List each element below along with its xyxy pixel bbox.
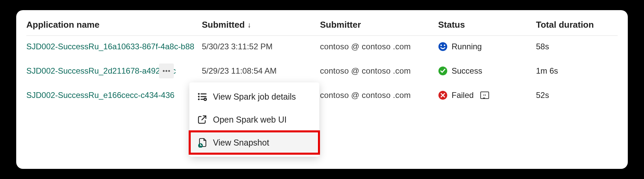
col-header-app-name[interactable]: Application name xyxy=(26,20,202,30)
submitter-cell: contoso @ contoso .com xyxy=(320,91,438,100)
menu-item-view-spark-job-details[interactable]: View Spark job details xyxy=(189,85,319,108)
external-link-icon xyxy=(197,114,208,125)
status-cell: Success xyxy=(438,66,536,76)
svg-point-2 xyxy=(444,45,445,46)
success-icon xyxy=(438,66,448,76)
menu-item-label: Open Spark web UI xyxy=(213,115,287,125)
svg-point-0 xyxy=(438,42,447,51)
col-header-submitted[interactable]: Submitted ↓ xyxy=(202,20,320,30)
col-header-submitter[interactable]: Submitter xyxy=(320,20,438,30)
svg-point-8 xyxy=(198,93,200,95)
svg-point-4 xyxy=(165,70,167,72)
svg-point-1 xyxy=(440,45,442,46)
svg-point-5 xyxy=(168,70,170,72)
application-link[interactable]: SJD002-SuccessRu_16a10633-867f-4a8c-b88 xyxy=(26,42,194,51)
col-header-duration[interactable]: Total duration xyxy=(536,20,618,30)
status-cell: Failed •• xyxy=(438,91,536,100)
message-icon[interactable]: •• xyxy=(480,92,489,99)
col-header-submitted-label: Submitted xyxy=(202,20,245,30)
list-details-icon xyxy=(197,91,208,102)
row-more-button[interactable] xyxy=(159,63,174,78)
application-link[interactable]: SJD002-SuccessRu_e166cecc-c434-436 xyxy=(26,91,175,100)
application-link[interactable]: SJD002-SuccessRu_2d211678-a492-41c xyxy=(26,66,176,76)
status-label: Failed xyxy=(452,91,474,100)
table-header: Application name Submitted ↓ Submitter S… xyxy=(26,14,618,36)
svg-rect-9 xyxy=(200,94,207,95)
menu-item-label: View Snapshot xyxy=(213,138,269,148)
svg-point-12 xyxy=(198,99,200,100)
submitter-cell: contoso @ contoso .com xyxy=(320,66,438,76)
ellipsis-icon xyxy=(163,70,170,72)
failed-icon xyxy=(438,91,448,100)
menu-item-open-spark-web-ui[interactable]: Open Spark web UI xyxy=(189,108,319,131)
submitter-cell: contoso @ contoso .com xyxy=(320,42,438,51)
sort-descending-icon: ↓ xyxy=(247,21,251,29)
jobs-panel: Application name Submitted ↓ Submitter S… xyxy=(16,10,628,169)
duration-cell: 52s xyxy=(536,91,618,100)
duration-cell: 58s xyxy=(536,42,618,51)
submitted-cell: 5/29/23 11:08:54 AM xyxy=(202,66,320,76)
menu-item-label: View Spark job details xyxy=(213,92,296,102)
svg-point-10 xyxy=(198,96,200,98)
status-label: Success xyxy=(452,66,482,76)
table-row: SJD002-SuccessRu_e166cecc-c434-436 conto… xyxy=(26,84,618,106)
status-cell: Running xyxy=(438,42,536,51)
menu-item-view-snapshot[interactable]: View Snapshot xyxy=(189,131,319,154)
duration-cell: 1m 6s xyxy=(536,66,618,76)
snapshot-icon xyxy=(197,137,208,148)
status-label: Running xyxy=(452,42,482,51)
svg-point-3 xyxy=(163,70,164,72)
row-context-menu: View Spark job details Open Spark web UI… xyxy=(189,82,319,157)
table-row: SJD002-SuccessRu_16a10633-867f-4a8c-b88 … xyxy=(26,36,618,57)
svg-rect-11 xyxy=(200,96,207,97)
running-icon xyxy=(438,42,448,51)
submitted-cell: 5/30/23 3:11:52 PM xyxy=(202,42,320,51)
col-header-status[interactable]: Status xyxy=(438,20,536,30)
table-row: SJD002-SuccessRu_2d211678-a492-41c 5/29/… xyxy=(26,57,618,84)
